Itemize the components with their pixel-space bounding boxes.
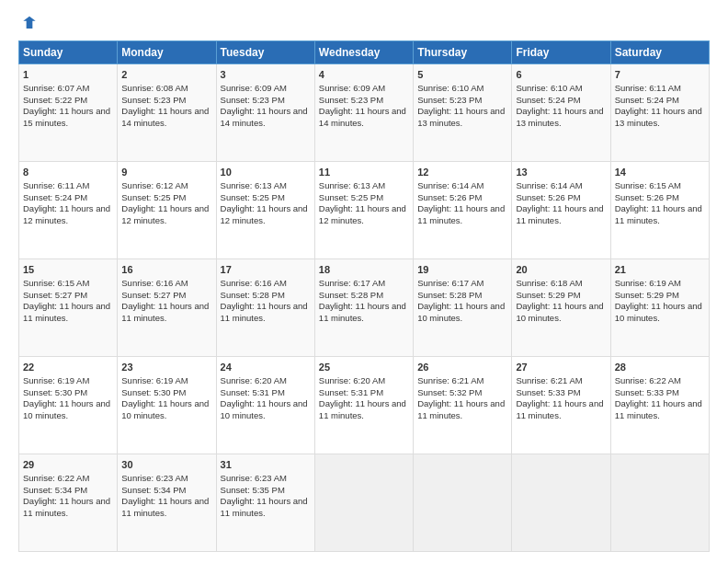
header [18, 15, 710, 33]
daylight-label: Daylight: 11 hours and 12 minutes. [319, 203, 406, 225]
sunset: Sunset: 5:30 PM [23, 387, 87, 397]
daylight-label: Daylight: 11 hours and 12 minutes. [221, 203, 308, 225]
day-number: 6 [516, 68, 606, 82]
daylight-label: Daylight: 11 hours and 11 minutes. [221, 301, 308, 323]
sunrise: Sunrise: 6:19 AM [121, 375, 188, 385]
header-row: SundayMondayTuesdayWednesdayThursdayFrid… [19, 41, 710, 64]
calendar-cell: 10Sunrise: 6:13 AMSunset: 5:25 PMDayligh… [216, 162, 314, 259]
calendar-body: 1Sunrise: 6:07 AMSunset: 5:22 PMDaylight… [19, 64, 710, 552]
daylight-label: Daylight: 11 hours and 10 minutes. [615, 301, 702, 323]
sunrise: Sunrise: 6:09 AM [221, 83, 287, 93]
sunrise: Sunrise: 6:19 AM [615, 278, 681, 288]
sunrise: Sunrise: 6:23 AM [221, 473, 287, 483]
logo-icon [20, 15, 39, 33]
logo [18, 15, 39, 33]
calendar-cell: 26Sunrise: 6:21 AMSunset: 5:32 PMDayligh… [414, 357, 512, 454]
day-number: 21 [615, 263, 705, 277]
sunrise: Sunrise: 6:09 AM [319, 83, 385, 93]
calendar-cell: 4Sunrise: 6:09 AMSunset: 5:23 PMDaylight… [314, 64, 413, 162]
calendar-week: 8Sunrise: 6:11 AMSunset: 5:24 PMDaylight… [19, 162, 710, 259]
calendar-cell: 29Sunrise: 6:22 AMSunset: 5:34 PMDayligh… [19, 454, 118, 552]
calendar-cell: 31Sunrise: 6:23 AMSunset: 5:35 PMDayligh… [216, 454, 314, 552]
sunrise: Sunrise: 6:10 AM [516, 83, 582, 93]
calendar-cell: 24Sunrise: 6:20 AMSunset: 5:31 PMDayligh… [216, 357, 314, 454]
sunrise: Sunrise: 6:12 AM [121, 180, 188, 190]
calendar-cell: 15Sunrise: 6:15 AMSunset: 5:27 PMDayligh… [19, 259, 118, 357]
daylight-label: Daylight: 11 hours and 10 minutes. [23, 398, 110, 420]
daylight-label: Daylight: 11 hours and 11 minutes. [319, 301, 406, 323]
day-number: 16 [121, 263, 211, 277]
sunset: Sunset: 5:23 PM [221, 95, 285, 105]
sunset: Sunset: 5:32 PM [417, 387, 482, 397]
calendar-cell: 5Sunrise: 6:10 AMSunset: 5:23 PMDaylight… [414, 64, 512, 162]
sunrise: Sunrise: 6:11 AM [615, 83, 681, 93]
daylight-label: Daylight: 11 hours and 11 minutes. [319, 398, 406, 420]
day-header-wednesday: Wednesday [314, 41, 413, 64]
sunrise: Sunrise: 6:16 AM [121, 278, 188, 288]
day-number: 8 [23, 166, 113, 179]
day-number: 26 [417, 361, 507, 374]
calendar-cell: 13Sunrise: 6:14 AMSunset: 5:26 PMDayligh… [512, 162, 610, 259]
sunset: Sunset: 5:23 PM [319, 95, 383, 105]
calendar-cell: 11Sunrise: 6:13 AMSunset: 5:25 PMDayligh… [314, 162, 413, 259]
sunrise: Sunrise: 6:22 AM [615, 375, 681, 385]
sunrise: Sunrise: 6:20 AM [221, 375, 287, 385]
sunset: Sunset: 5:27 PM [23, 290, 87, 300]
day-header-sunday: Sunday [19, 41, 118, 64]
sunrise: Sunrise: 6:23 AM [121, 473, 188, 483]
calendar-cell: 1Sunrise: 6:07 AMSunset: 5:22 PMDaylight… [19, 64, 118, 162]
daylight-label: Daylight: 11 hours and 14 minutes. [221, 106, 308, 128]
calendar-cell: 16Sunrise: 6:16 AMSunset: 5:27 PMDayligh… [118, 259, 216, 357]
day-header-monday: Monday [118, 41, 216, 64]
day-header-saturday: Saturday [610, 41, 709, 64]
calendar-cell: 25Sunrise: 6:20 AMSunset: 5:31 PMDayligh… [314, 357, 413, 454]
day-number: 24 [221, 361, 311, 374]
sunrise: Sunrise: 6:17 AM [319, 278, 385, 288]
calendar-cell: 12Sunrise: 6:14 AMSunset: 5:26 PMDayligh… [414, 162, 512, 259]
sunset: Sunset: 5:33 PM [615, 387, 679, 397]
sunset: Sunset: 5:28 PM [417, 290, 482, 300]
calendar-cell: 28Sunrise: 6:22 AMSunset: 5:33 PMDayligh… [610, 357, 709, 454]
sunrise: Sunrise: 6:07 AM [23, 83, 89, 93]
day-number: 7 [615, 68, 705, 82]
day-number: 20 [516, 263, 606, 277]
daylight-label: Daylight: 11 hours and 15 minutes. [23, 106, 110, 128]
daylight-label: Daylight: 11 hours and 11 minutes. [615, 398, 702, 420]
sunset: Sunset: 5:35 PM [221, 485, 285, 495]
day-header-tuesday: Tuesday [216, 41, 314, 64]
calendar-cell: 17Sunrise: 6:16 AMSunset: 5:28 PMDayligh… [216, 259, 314, 357]
sunset: Sunset: 5:28 PM [221, 290, 285, 300]
day-number: 12 [417, 166, 507, 179]
sunset: Sunset: 5:27 PM [121, 290, 186, 300]
day-header-friday: Friday [512, 41, 610, 64]
day-number: 30 [121, 458, 211, 472]
calendar-cell [414, 454, 512, 552]
sunset: Sunset: 5:29 PM [615, 290, 679, 300]
day-number: 31 [221, 458, 311, 472]
sunrise: Sunrise: 6:21 AM [516, 375, 582, 385]
daylight-label: Daylight: 11 hours and 13 minutes. [417, 106, 505, 128]
day-number: 10 [221, 166, 311, 179]
page: SundayMondayTuesdayWednesdayThursdayFrid… [0, 0, 728, 563]
sunset: Sunset: 5:25 PM [121, 192, 186, 202]
sunset: Sunset: 5:34 PM [121, 485, 186, 495]
sunset: Sunset: 5:22 PM [23, 95, 87, 105]
calendar-cell: 2Sunrise: 6:08 AMSunset: 5:23 PMDaylight… [118, 64, 216, 162]
day-number: 23 [121, 361, 211, 374]
calendar-cell: 22Sunrise: 6:19 AMSunset: 5:30 PMDayligh… [19, 357, 118, 454]
day-number: 13 [516, 166, 606, 179]
daylight-label: Daylight: 11 hours and 11 minutes. [23, 496, 110, 518]
calendar-cell: 19Sunrise: 6:17 AMSunset: 5:28 PMDayligh… [414, 259, 512, 357]
calendar-cell [610, 454, 709, 552]
sunset: Sunset: 5:28 PM [319, 290, 383, 300]
calendar-cell: 7Sunrise: 6:11 AMSunset: 5:24 PMDaylight… [610, 64, 709, 162]
sunset: Sunset: 5:25 PM [319, 192, 383, 202]
sunset: Sunset: 5:26 PM [417, 192, 482, 202]
calendar-cell: 3Sunrise: 6:09 AMSunset: 5:23 PMDaylight… [216, 64, 314, 162]
day-number: 18 [319, 263, 409, 277]
daylight-label: Daylight: 11 hours and 11 minutes. [516, 398, 603, 420]
sunset: Sunset: 5:33 PM [516, 387, 580, 397]
sunrise: Sunrise: 6:13 AM [221, 180, 287, 190]
sunset: Sunset: 5:31 PM [221, 387, 285, 397]
calendar-cell: 9Sunrise: 6:12 AMSunset: 5:25 PMDaylight… [118, 162, 216, 259]
